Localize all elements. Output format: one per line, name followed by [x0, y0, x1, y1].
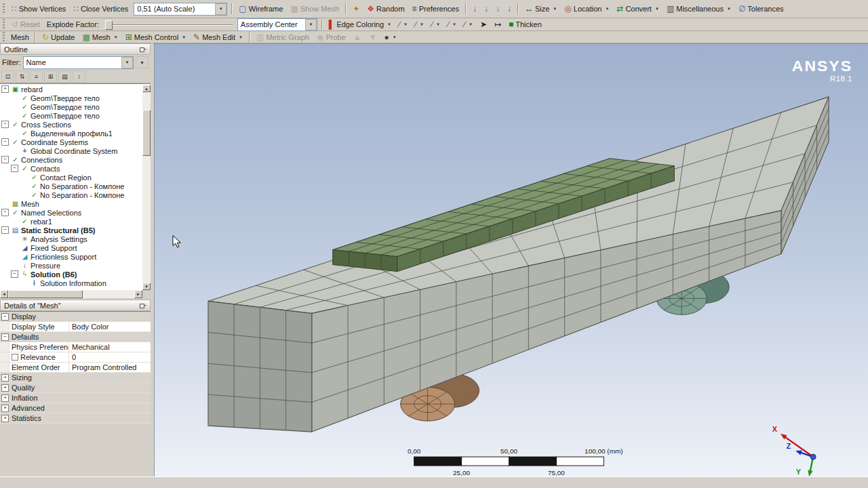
tree-horizontal-scrollbar[interactable]: ◄ ► [0, 290, 151, 298]
sort-az-button[interactable]: ↕ [73, 70, 85, 83]
annotation-button[interactable]: ↓ [469, 3, 480, 14]
section-expander[interactable]: − [1, 333, 9, 341]
annotation-button[interactable]: ↓ [492, 3, 503, 14]
dropdown-arrow-icon[interactable]: ▼ [553, 7, 557, 11]
property-value[interactable]: 0 [69, 353, 151, 361]
vertex-scale-combo[interactable]: 0,51 (Auto Scale)▼ [134, 3, 227, 16]
tree-item[interactable]: ◢Fixed Support [0, 243, 142, 252]
tree-item[interactable]: −▤Static Structural (B5) [0, 226, 142, 235]
folder-button[interactable]: ▤ [58, 70, 71, 83]
toolbar-grip[interactable] [3, 19, 5, 30]
annotation-button[interactable]: ↓ [481, 3, 492, 14]
tree-item[interactable]: ▦Mesh [0, 199, 142, 208]
display-options-button[interactable]: ●▼ [381, 32, 400, 43]
edge-direction-button[interactable]: ∕▼ [428, 19, 443, 30]
dropdown-arrow-icon[interactable]: ▼ [182, 35, 186, 39]
tree-item[interactable]: −✓Coordinate Systems [0, 138, 142, 146]
edge-width-button[interactable]: ↦ [491, 19, 505, 30]
section-expander[interactable]: + [1, 415, 9, 422]
tree-item[interactable]: −✓Named Selections [0, 208, 142, 217]
mesh-edit-button[interactable]: ✎Mesh Edit▼ [190, 32, 246, 43]
scrollbar-track[interactable] [142, 92, 151, 283]
tree-item[interactable]: ✓No Separation - Компоне [0, 190, 142, 199]
details-section-row[interactable]: +Inflation [0, 393, 151, 403]
assembly-center-combo[interactable]: Assembly Center▼ [237, 18, 317, 31]
section-expander[interactable]: + [1, 394, 9, 402]
edge-direction-button[interactable]: ∕▼ [412, 19, 427, 30]
slider-thumb[interactable] [105, 20, 113, 30]
tree-item[interactable]: −✓Contacts [0, 164, 142, 173]
dropdown-arrow-icon[interactable]: ▼ [727, 7, 731, 11]
close-vertices-button[interactable]: ∷Close Vertices [70, 3, 132, 14]
tree-expander[interactable]: − [11, 270, 18, 278]
edge-coloring-button[interactable]: ▌Edge Coloring▼ [326, 19, 395, 30]
tree-expander[interactable]: − [1, 156, 9, 163]
dropdown-arrow-icon[interactable]: ▼ [215, 3, 226, 15]
edge-direction-button[interactable]: ∕▼ [460, 19, 476, 30]
scrollbar-thumb[interactable] [8, 290, 83, 298]
property-value[interactable]: Mechanical [69, 343, 151, 351]
convert-button[interactable]: ⇄Convert▼ [613, 3, 663, 14]
tree-expander[interactable]: + [1, 85, 9, 93]
mesh-control-button[interactable]: ⊞Mesh Control▼ [122, 32, 189, 43]
annotation-button[interactable]: ↓ [504, 3, 515, 14]
outline-header[interactable]: Outline [0, 43, 151, 55]
tolerances-button[interactable]: ∅Tolerances [735, 3, 787, 14]
miscellaneous-button[interactable]: ▥Miscellaneous▼ [663, 3, 734, 14]
triad-button[interactable]: ✦ [349, 3, 363, 14]
pin-icon[interactable] [139, 302, 146, 308]
explode-factor-slider[interactable] [105, 19, 233, 30]
tree-item[interactable]: ✓Contact Region [0, 173, 142, 182]
tree-item[interactable]: ✳Analysis Settings [0, 235, 142, 243]
scroll-up-button[interactable]: ▲ [142, 85, 151, 92]
dropdown-arrow-icon[interactable]: ▼ [469, 22, 473, 26]
tree-item[interactable]: ✓No Separation - Компоне [0, 182, 142, 190]
filter-combo[interactable]: Name ▼ [23, 56, 134, 69]
tree-item[interactable]: iSolution Information [0, 279, 142, 287]
orientation-triad[interactable]: XYZ [772, 425, 816, 476]
edge-direction-button[interactable]: ∕▼ [395, 19, 411, 30]
toolbar-grip[interactable] [3, 32, 5, 43]
section-expander[interactable]: − [1, 313, 9, 321]
3d-viewport[interactable]: ANSYSR18.10,0050,00100,00 (mm)25,0075,00… [154, 43, 868, 476]
thicken-button[interactable]: ■Thicken [505, 19, 545, 30]
scrollbar-thumb[interactable] [142, 110, 151, 156]
tree-expander[interactable]: − [1, 121, 9, 128]
preferences-button[interactable]: ≡Preferences [409, 3, 462, 14]
filter-options-button[interactable]: ▼ [136, 56, 149, 68]
tree-expander[interactable]: − [11, 165, 18, 172]
details-section-row[interactable]: +Statistics [0, 413, 151, 424]
scroll-right-button[interactable]: ► [134, 290, 142, 298]
location-button[interactable]: ◎Location▼ [561, 3, 612, 14]
tree-item[interactable]: ✓Geom\Твердое тело [0, 102, 142, 111]
dropdown-arrow-icon[interactable]: ▼ [239, 35, 243, 39]
details-section-row[interactable]: +Sizing [0, 373, 151, 383]
scroll-left-button[interactable]: ◄ [0, 290, 8, 298]
section-expander[interactable]: + [1, 384, 9, 392]
expand-tree-button[interactable]: ⇅ [16, 70, 28, 83]
details-section-row[interactable]: −Defaults [0, 332, 151, 342]
tree-vertical-scrollbar[interactable]: ▲ ▼ [142, 85, 151, 290]
scene-svg[interactable]: ANSYSR18.10,0050,00100,00 (mm)25,0075,00… [155, 44, 868, 476]
dropdown-arrow-icon[interactable]: ▼ [114, 35, 118, 39]
dropdown-arrow-icon[interactable]: ▼ [436, 22, 440, 26]
size-button[interactable]: ↔Size▼ [521, 3, 560, 14]
pin-icon[interactable] [139, 46, 146, 52]
section-expander[interactable]: + [1, 405, 9, 412]
details-section-row[interactable]: +Advanced [0, 403, 151, 413]
tree-item[interactable]: −✓Cross Sections [0, 120, 142, 129]
tree-item[interactable]: −✓Connections [0, 155, 142, 164]
flat-view-button[interactable]: ≡ [30, 70, 43, 83]
dropdown-arrow-icon[interactable]: ▼ [452, 22, 456, 26]
dropdown-arrow-icon[interactable]: ▼ [387, 22, 391, 26]
tree-item[interactable]: ◢Frictionless Support [0, 252, 142, 261]
edge-direction-button[interactable]: ∕▼ [444, 19, 460, 30]
show-vertices-button[interactable]: ∷Show Vertices [8, 3, 69, 14]
tree-item[interactable]: ↓Pressure [0, 261, 142, 270]
tree-item[interactable]: +▣rebard [0, 85, 142, 94]
tree-expander[interactable]: − [1, 226, 9, 234]
toolbar-grip[interactable] [3, 3, 5, 14]
scroll-down-button[interactable]: ▼ [142, 283, 151, 290]
dropdown-arrow-icon[interactable]: ▼ [420, 22, 424, 26]
tree-expander[interactable]: − [1, 209, 9, 216]
